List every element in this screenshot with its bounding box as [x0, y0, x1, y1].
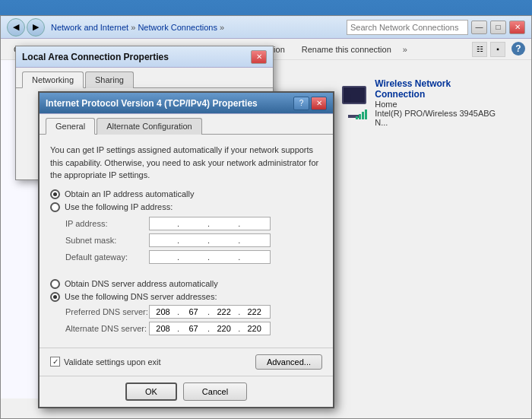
pdns-seg-4[interactable] [241, 307, 268, 316]
wifi-signal-bars [356, 110, 367, 119]
nav-arrows: ◀ ▶ [7, 18, 45, 37]
tcp-bottom-bar: ✓ Validate settings upon exit Advanced..… [40, 348, 333, 376]
subnet-label: Subnet mask: [65, 236, 149, 245]
wifi-status: Home [375, 100, 498, 109]
subnet-row: Subnet mask: . . . [50, 233, 322, 247]
ok-button[interactable]: OK [125, 382, 177, 401]
minimize-button[interactable]: — [471, 21, 487, 34]
validate-checkbox[interactable]: ✓ [50, 357, 60, 367]
help-icon[interactable]: ? [511, 42, 525, 56]
tcp-tab-alternate[interactable]: Alternate Configuration [97, 118, 202, 135]
alternate-dns-label: Alternate DNS server: [65, 324, 149, 333]
ip-address-input[interactable]: . . . [149, 217, 271, 230]
tcp-tabs-bar: General Alternate Configuration [40, 114, 333, 135]
tcp-description: You can get IP settings assigned automat… [50, 144, 322, 182]
lac-titlebar: Local Area Connection Properties ✕ [16, 46, 273, 68]
tcp-dialog: Internet Protocol Version 4 (TCP/IPv4) P… [38, 91, 334, 408]
wifi-name: Wireless Network Connection [375, 78, 498, 100]
ip-seg-4[interactable] [241, 219, 268, 228]
pdns-seg-2[interactable] [180, 307, 207, 316]
dns-section: Obtain DNS server address automatically … [50, 279, 322, 302]
ip-auto-label[interactable]: Obtain an IP address automatically [50, 189, 322, 199]
preferred-dns-row: Preferred DNS server: . . . [50, 305, 322, 319]
pdns-seg-3[interactable] [211, 307, 237, 316]
tcp-titlebar-buttons: ? ✕ [293, 97, 327, 110]
explorer-titlebar: ◀ ▶ Network and Internet » Network Conne… [1, 16, 531, 39]
subnet-seg-4[interactable] [241, 236, 268, 245]
lac-titlebar-buttons: ✕ [251, 50, 267, 64]
bar2 [359, 114, 361, 119]
ip-seg-2[interactable] [180, 219, 207, 228]
cancel-button[interactable]: Cancel [183, 382, 247, 401]
pdns-seg-1[interactable] [150, 307, 176, 316]
dns-auto-label[interactable]: Obtain DNS server address automatically [50, 279, 322, 289]
ip-seg-3[interactable] [211, 219, 237, 228]
adns-seg-3[interactable] [211, 324, 237, 333]
gw-seg-3[interactable] [211, 252, 237, 262]
forward-button[interactable]: ▶ [27, 18, 45, 37]
gateway-label: Default gateway: [65, 252, 149, 262]
lac-tab-networking[interactable]: Networking [22, 71, 84, 88]
dns-auto-radio[interactable] [50, 279, 60, 289]
adns-seg-4[interactable] [241, 324, 268, 333]
lac-close-button[interactable]: ✕ [251, 50, 267, 64]
breadcrumb-network-internet[interactable]: Network and Internet [51, 23, 128, 32]
gw-seg-4[interactable] [241, 252, 268, 262]
bar4 [365, 110, 367, 119]
gw-seg-1[interactable] [150, 252, 176, 262]
subnet-seg-2[interactable] [180, 236, 207, 245]
search-input[interactable] [347, 20, 468, 35]
subnet-seg-1[interactable] [150, 236, 176, 245]
close-button[interactable]: ✕ [509, 21, 525, 34]
gateway-input[interactable]: . . . [149, 250, 271, 264]
breadcrumb-nav: Network and Internet » Network Connectio… [51, 23, 224, 32]
bar1 [356, 116, 358, 119]
dns-manual-label[interactable]: Use the following DNS server addresses: [50, 292, 322, 302]
breadcrumb-network-connections[interactable]: Network Connections [138, 23, 217, 32]
maximize-button[interactable]: □ [490, 21, 506, 34]
adns-seg-1[interactable] [150, 324, 176, 333]
tcp-close-button[interactable]: ✕ [311, 97, 327, 110]
view-icon[interactable]: ▪ [490, 42, 505, 57]
wifi-connection-item[interactable]: Wireless Network Connection Home Intel(R… [333, 75, 501, 130]
tcp-tab-general[interactable]: General [46, 118, 95, 135]
wifi-info: Wireless Network Connection Home Intel(R… [375, 78, 498, 127]
rename-button[interactable]: Rename this connection [295, 41, 398, 58]
adns-seg-2[interactable] [180, 324, 207, 333]
ip-address-row: IP address: . . . [50, 217, 322, 230]
gw-seg-2[interactable] [180, 252, 207, 262]
subnet-input[interactable]: . . . [149, 233, 271, 247]
lac-tabs-bar: Networking Sharing [16, 68, 273, 88]
ip-auto-radio[interactable] [50, 189, 60, 199]
preferred-dns-input[interactable]: . . . [149, 305, 271, 319]
lac-title: Local Area Connection Properties [22, 52, 251, 62]
validate-label[interactable]: ✓ Validate settings upon exit [50, 357, 161, 367]
wifi-icon [336, 84, 369, 121]
ip-address-label: IP address: [65, 219, 149, 228]
tcp-dialog-footer: OK Cancel [40, 376, 333, 407]
back-button[interactable]: ◀ [7, 18, 25, 37]
preferred-dns-label: Preferred DNS server: [65, 307, 149, 316]
wifi-adapter: Intel(R) PRO/Wireless 3945ABG N... [375, 109, 498, 127]
lac-tab-sharing[interactable]: Sharing [85, 71, 134, 88]
advanced-button[interactable]: Advanced... [255, 354, 322, 370]
subnet-seg-3[interactable] [211, 236, 237, 245]
tcp-title: Internet Protocol Version 4 (TCP/IPv4) P… [46, 98, 293, 109]
more-options[interactable]: » [403, 45, 407, 54]
ip-manual-label[interactable]: Use the following IP address: [50, 202, 322, 212]
view-details-icon[interactable]: ☷ [472, 42, 487, 57]
gateway-row: Default gateway: . . . [50, 250, 322, 264]
ip-auto-radio-group: Obtain an IP address automatically Use t… [50, 189, 322, 212]
alternate-dns-row: Alternate DNS server: . . . [50, 322, 322, 335]
dns-manual-radio[interactable] [50, 292, 60, 302]
ip-manual-radio[interactable] [50, 202, 60, 212]
tcp-dialog-body: You can get IP settings assigned automat… [40, 135, 333, 348]
tcp-titlebar: Internet Protocol Version 4 (TCP/IPv4) P… [40, 93, 333, 114]
alternate-dns-input[interactable]: . . . [149, 322, 271, 335]
tcp-help-button[interactable]: ? [293, 97, 309, 110]
ip-seg-1[interactable] [150, 219, 176, 228]
bar3 [362, 112, 364, 119]
